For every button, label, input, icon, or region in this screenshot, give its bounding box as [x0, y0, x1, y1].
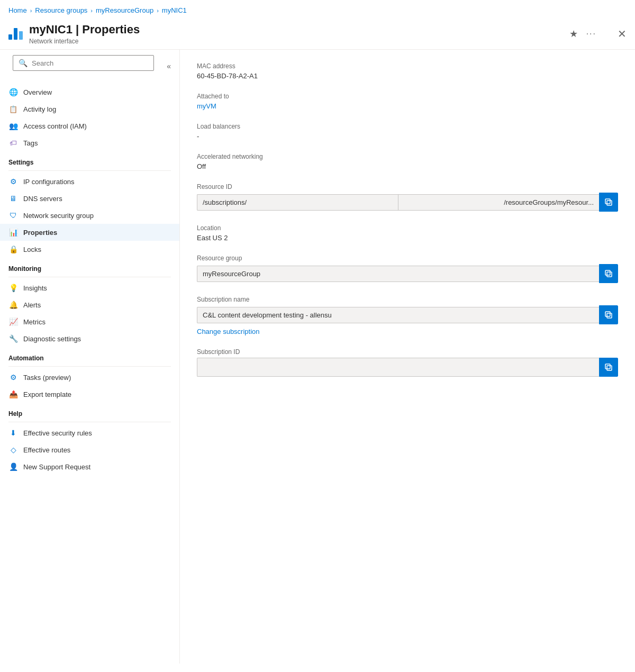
favorite-icon[interactable]: ★ — [569, 28, 578, 40]
sidebar-item-insights[interactable]: 💡 Insights — [0, 279, 179, 296]
main-layout: 🔍 « 🌐 Overview 📋 Activity log 👥 Access c… — [0, 50, 635, 664]
sidebar-item-label: IP configurations — [23, 178, 75, 186]
effective-routes-icon: ◇ — [8, 445, 18, 455]
export-template-icon: 📤 — [8, 389, 18, 399]
resource-id-group: Resource ID /subscriptions/ /resourceGro… — [197, 183, 618, 212]
sidebar-item-export-template[interactable]: 📤 Export template — [0, 386, 179, 403]
sidebar-item-effective-routes[interactable]: ◇ Effective routes — [0, 441, 179, 458]
subscription-name-group: Subscription name C&L content developmen… — [197, 296, 618, 335]
sidebar-item-diagnostic-settings[interactable]: 🔧 Diagnostic settings — [0, 330, 179, 347]
subscription-name-input: C&L content development testing - allens… — [197, 307, 599, 323]
subscription-id-copy-button[interactable] — [599, 358, 618, 377]
sidebar-item-tasks-preview[interactable]: ⚙ Tasks (preview) — [0, 369, 179, 386]
more-options-icon[interactable]: ··· — [586, 29, 596, 39]
help-divider — [8, 422, 171, 422]
attached-to-value[interactable]: myVM — [197, 102, 618, 110]
sidebar-item-activity-log[interactable]: 📋 Activity log — [0, 101, 179, 117]
sidebar-item-label: Network security group — [23, 212, 94, 220]
sidebar-item-metrics[interactable]: 📈 Metrics — [0, 313, 179, 330]
nav-section-settings: Settings ⚙ IP configurations 🖥 DNS serve… — [0, 151, 179, 258]
sidebar-item-alerts[interactable]: 🔔 Alerts — [0, 296, 179, 313]
nav-section-monitoring: Monitoring 💡 Insights 🔔 Alerts 📈 Metrics… — [0, 258, 179, 347]
sidebar-item-overview[interactable]: 🌐 Overview — [0, 84, 179, 101]
location-value: East US 2 — [197, 234, 618, 242]
change-subscription-link[interactable]: Change subscription — [197, 328, 618, 335]
nav-section-automation: Automation ⚙ Tasks (preview) 📤 Export te… — [0, 347, 179, 403]
subscription-name-label: Subscription name — [197, 296, 618, 303]
breadcrumb-my-resource-group[interactable]: myResourceGroup — [96, 6, 153, 14]
sidebar-item-label: DNS servers — [23, 195, 62, 203]
sidebar-item-properties[interactable]: 📊 Properties — [0, 224, 179, 241]
resource-id-left: /subscriptions/ — [197, 195, 398, 210]
sidebar-item-label: Properties — [23, 229, 57, 237]
svg-rect-7 — [605, 364, 610, 369]
sidebar-item-label: Effective security rules — [23, 429, 92, 437]
close-icon[interactable]: ✕ — [618, 28, 627, 40]
settings-section-header: Settings — [0, 151, 179, 168]
sidebar-item-ip-configurations[interactable]: ⚙ IP configurations — [0, 173, 179, 190]
sidebar-item-label: Tags — [23, 139, 38, 147]
mac-address-value: 60-45-BD-78-A2-A1 — [197, 72, 618, 80]
mac-address-label: MAC address — [197, 62, 618, 70]
monitoring-section-header: Monitoring — [0, 258, 179, 275]
sidebar-item-dns-servers[interactable]: 🖥 DNS servers — [0, 190, 179, 207]
subscription-id-group: Subscription ID — [197, 348, 618, 377]
locks-icon: 🔒 — [8, 244, 18, 254]
insights-icon: 💡 — [8, 283, 18, 293]
svg-rect-1 — [605, 199, 610, 204]
sidebar-item-label: Activity log — [23, 105, 56, 113]
mac-address-group: MAC address 60-45-BD-78-A2-A1 — [197, 62, 618, 80]
load-balancers-value: - — [197, 132, 618, 140]
header-title-area: myNIC1 | Properties Network interface — [29, 23, 569, 45]
load-balancers-label: Load balancers — [197, 123, 618, 130]
svg-rect-0 — [607, 201, 612, 205]
content-area: MAC address 60-45-BD-78-A2-A1 Attached t… — [180, 50, 635, 664]
sidebar-item-label: Alerts — [23, 301, 41, 309]
svg-rect-4 — [607, 313, 612, 318]
resource-id-row: /subscriptions/ /resourceGroups/myResour… — [197, 193, 618, 212]
diagnostic-settings-icon: 🔧 — [8, 334, 18, 343]
azure-logo — [8, 28, 23, 40]
sidebar-item-network-security-group[interactable]: 🛡 Network security group — [0, 207, 179, 224]
effective-security-rules-icon: ⬇ — [8, 428, 18, 438]
breadcrumb-resource-groups[interactable]: Resource groups — [35, 6, 87, 14]
sidebar-item-effective-security-rules[interactable]: ⬇ Effective security rules — [0, 424, 179, 441]
automation-divider — [8, 366, 171, 367]
properties-icon: 📊 — [8, 228, 18, 237]
breadcrumb-home[interactable]: Home — [8, 6, 27, 14]
location-group: Location East US 2 — [197, 224, 618, 242]
sidebar-item-label: Tasks (preview) — [23, 374, 71, 382]
search-input[interactable] — [32, 59, 148, 67]
sidebar: 🔍 « 🌐 Overview 📋 Activity log 👥 Access c… — [0, 50, 180, 664]
header-actions: ★ ··· ✕ — [569, 28, 627, 40]
subscription-name-input-row: C&L content development testing - allens… — [197, 305, 618, 324]
overview-icon: 🌐 — [8, 87, 18, 97]
copy-icon — [604, 311, 613, 319]
breadcrumb-mynic1[interactable]: myNIC1 — [162, 6, 187, 14]
sidebar-item-label: Effective routes — [23, 446, 70, 454]
resource-id-copy-button[interactable] — [599, 193, 618, 212]
sidebar-item-locks[interactable]: 🔒 Locks — [0, 241, 179, 258]
page-title: myNIC1 | Properties — [29, 23, 140, 36]
location-label: Location — [197, 224, 618, 232]
resource-id-right: /resourceGroups/myResour... — [398, 195, 599, 210]
access-control-icon: 👥 — [8, 121, 18, 131]
metrics-icon: 📈 — [8, 317, 18, 326]
sidebar-item-label: Overview — [23, 88, 52, 96]
svg-rect-5 — [605, 312, 610, 316]
svg-rect-6 — [607, 366, 612, 370]
sidebar-item-tags[interactable]: 🏷 Tags — [0, 134, 179, 151]
sidebar-item-new-support-request[interactable]: 👤 New Support Request — [0, 458, 179, 475]
copy-icon — [604, 198, 613, 206]
tasks-icon: ⚙ — [8, 373, 18, 382]
dns-servers-icon: 🖥 — [8, 194, 18, 203]
attached-to-label: Attached to — [197, 93, 618, 100]
subscription-name-copy-button[interactable] — [599, 305, 618, 324]
alerts-icon: 🔔 — [8, 300, 18, 310]
sidebar-item-access-control[interactable]: 👥 Access control (IAM) — [0, 117, 179, 134]
collapse-sidebar-button[interactable]: « — [165, 62, 173, 70]
attached-to-group: Attached to myVM — [197, 93, 618, 110]
resource-group-copy-button[interactable] — [599, 264, 618, 283]
sidebar-item-label: Access control (IAM) — [23, 122, 87, 130]
accelerated-networking-group: Accelerated networking Off — [197, 153, 618, 170]
